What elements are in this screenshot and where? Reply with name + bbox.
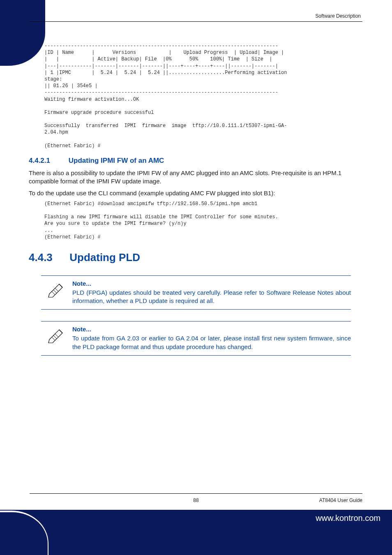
subsection-title: Updating IPMI FW of an AMC: [69, 157, 164, 164]
footer-rule: [30, 493, 362, 494]
subsection-heading: 4.4.2.1 Updating IPMI FW of an AMC: [29, 157, 363, 165]
header-section-label: Software Description: [315, 13, 361, 19]
content-area: ----------------------------------------…: [29, 43, 363, 356]
note-title: Note...: [72, 280, 351, 287]
footer-url: www.kontron.com: [316, 513, 380, 523]
note-body: PLD (FPGA) updates should be treated ver…: [72, 289, 351, 305]
note-box: Note... To update from GA 2.03 or earlie…: [41, 321, 351, 356]
note-box: Note... PLD (FPGA) updates should be tre…: [41, 275, 351, 310]
footer-doc-title: AT8404 User Guide: [319, 497, 362, 503]
section-number: 4.4.3: [29, 251, 67, 264]
svg-line-2: [53, 290, 57, 293]
note-bottom-rule: [41, 355, 351, 356]
subsection-number: 4.4.2.1: [29, 157, 67, 165]
note-text: Note... PLD (FPGA) updates should be tre…: [72, 280, 351, 305]
svg-line-6: [53, 335, 57, 339]
section-heading: 4.4.3 Updating PLD: [29, 251, 363, 264]
code-block-amc-update: (Ethernet Fabric) #download amcipmifw tf…: [44, 201, 363, 240]
note-top-rule: [41, 275, 351, 276]
footer: 88 AT8404 User Guide www.kontron.com: [0, 493, 392, 555]
svg-line-0: [59, 284, 62, 287]
code-block-ipmi-upgrade: ----------------------------------------…: [44, 43, 363, 149]
svg-line-7: [55, 334, 58, 337]
note-body: To update from GA 2.03 or earlier to GA …: [72, 334, 351, 351]
footer-curve-decoration: [0, 511, 48, 555]
note-top-rule: [41, 321, 351, 321]
page: Software Description -------------------…: [0, 0, 392, 555]
note-icon: [47, 280, 65, 298]
svg-line-4: [59, 330, 62, 333]
note-row: Note... To update from GA 2.03 or earlie…: [41, 324, 351, 355]
note-row: Note... PLD (FPGA) updates should be tre…: [41, 278, 351, 310]
svg-line-1: [52, 291, 55, 295]
note-title: Note...: [72, 326, 351, 333]
header-rule: [30, 21, 362, 22]
note-text: Note... To update from GA 2.03 or earlie…: [72, 326, 351, 351]
note-bottom-rule: [41, 309, 351, 310]
footer-band: www.kontron.com: [0, 510, 392, 555]
note-icon: [47, 326, 65, 344]
svg-line-3: [55, 288, 58, 291]
paragraph: To do the update use the CLI command (ex…: [29, 189, 363, 197]
svg-line-5: [52, 337, 55, 340]
section-title: Updating PLD: [69, 251, 140, 264]
paragraph: There is also a possibility to update th…: [29, 169, 363, 186]
